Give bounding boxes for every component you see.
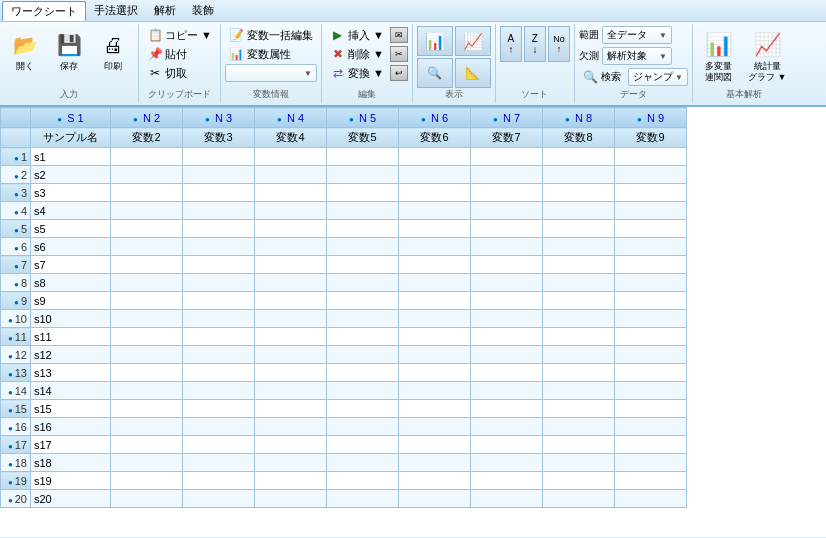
insert-button[interactable]: ▶ 挿入 ▼ xyxy=(326,26,388,44)
col7-name[interactable]: 変数7 xyxy=(471,128,543,148)
row-sample-name[interactable]: s14 xyxy=(31,382,111,400)
row-data-cell[interactable] xyxy=(327,238,399,256)
menu-analyze[interactable]: 解析 xyxy=(146,1,184,20)
transform-button[interactable]: ⇄ 変換 ▼ xyxy=(326,64,388,82)
col1-type[interactable]: ● S 1 xyxy=(31,108,111,128)
row-data-cell[interactable] xyxy=(111,436,183,454)
row-data-cell[interactable] xyxy=(111,148,183,166)
col5-name[interactable]: 変数5 xyxy=(327,128,399,148)
row-data-cell[interactable] xyxy=(255,400,327,418)
row-data-cell[interactable] xyxy=(615,292,687,310)
row-data-cell[interactable] xyxy=(543,436,615,454)
delete-extra-icon[interactable]: ✂ xyxy=(390,46,408,62)
row-data-cell[interactable] xyxy=(255,310,327,328)
stats-button[interactable]: 📈 統計量グラフ ▼ xyxy=(743,26,791,86)
col6-type[interactable]: ● N 6 xyxy=(399,108,471,128)
row-data-cell[interactable] xyxy=(327,148,399,166)
row-sample-name[interactable]: s12 xyxy=(31,346,111,364)
row-data-cell[interactable] xyxy=(183,490,255,508)
row-data-cell[interactable] xyxy=(471,490,543,508)
data-range-dropdown[interactable]: 全データ ▼ xyxy=(602,26,672,44)
col3-name[interactable]: 変数3 xyxy=(183,128,255,148)
row-data-cell[interactable] xyxy=(183,220,255,238)
row-data-cell[interactable] xyxy=(183,382,255,400)
row-data-cell[interactable] xyxy=(615,346,687,364)
row-data-cell[interactable] xyxy=(399,490,471,508)
row-data-cell[interactable] xyxy=(111,256,183,274)
sort-asc-button[interactable]: A↑ xyxy=(500,26,522,62)
row-data-cell[interactable] xyxy=(255,328,327,346)
row-data-cell[interactable] xyxy=(471,166,543,184)
row-data-cell[interactable] xyxy=(399,202,471,220)
row-data-cell[interactable] xyxy=(255,472,327,490)
row-data-cell[interactable] xyxy=(471,256,543,274)
row-data-cell[interactable] xyxy=(327,400,399,418)
var-attr-button[interactable]: 📊 変数属性 xyxy=(225,45,317,63)
row-data-cell[interactable] xyxy=(615,436,687,454)
row-data-cell[interactable] xyxy=(111,184,183,202)
row-data-cell[interactable] xyxy=(615,166,687,184)
row-data-cell[interactable] xyxy=(111,346,183,364)
row-data-cell[interactable] xyxy=(615,148,687,166)
sort-desc-button[interactable]: Z↓ xyxy=(524,26,546,62)
row-data-cell[interactable] xyxy=(183,148,255,166)
row-data-cell[interactable] xyxy=(111,328,183,346)
row-data-cell[interactable] xyxy=(399,274,471,292)
row-data-cell[interactable] xyxy=(615,328,687,346)
row-data-cell[interactable] xyxy=(399,382,471,400)
row-data-cell[interactable] xyxy=(399,310,471,328)
row-data-cell[interactable] xyxy=(327,382,399,400)
row-data-cell[interactable] xyxy=(255,184,327,202)
row-data-cell[interactable] xyxy=(183,202,255,220)
row-data-cell[interactable] xyxy=(399,148,471,166)
row-data-cell[interactable] xyxy=(327,166,399,184)
var-all-edit-button[interactable]: 📝 変数一括編集 xyxy=(225,26,317,44)
row-data-cell[interactable] xyxy=(471,454,543,472)
row-data-cell[interactable] xyxy=(183,328,255,346)
row-data-cell[interactable] xyxy=(255,148,327,166)
row-data-cell[interactable] xyxy=(327,472,399,490)
row-data-cell[interactable] xyxy=(543,490,615,508)
open-button[interactable]: 📂 開く xyxy=(4,26,46,75)
row-data-cell[interactable] xyxy=(111,418,183,436)
row-data-cell[interactable] xyxy=(111,364,183,382)
display-btn1[interactable]: 📊 xyxy=(417,26,453,56)
row-data-cell[interactable] xyxy=(471,472,543,490)
sort-no-button[interactable]: No↑ xyxy=(548,26,570,62)
col4-type[interactable]: ● N 4 xyxy=(255,108,327,128)
row-data-cell[interactable] xyxy=(471,400,543,418)
cut-button[interactable]: ✂ 切取 xyxy=(143,64,216,82)
row-data-cell[interactable] xyxy=(327,310,399,328)
row-data-cell[interactable] xyxy=(111,202,183,220)
row-data-cell[interactable] xyxy=(183,472,255,490)
row-data-cell[interactable] xyxy=(111,490,183,508)
row-data-cell[interactable] xyxy=(399,220,471,238)
row-sample-name[interactable]: s8 xyxy=(31,274,111,292)
row-data-cell[interactable] xyxy=(183,238,255,256)
search-button[interactable]: 🔍 検索 xyxy=(579,68,625,86)
row-data-cell[interactable] xyxy=(111,472,183,490)
row-data-cell[interactable] xyxy=(327,346,399,364)
row-data-cell[interactable] xyxy=(471,292,543,310)
row-data-cell[interactable] xyxy=(615,418,687,436)
row-sample-name[interactable]: s19 xyxy=(31,472,111,490)
row-sample-name[interactable]: s9 xyxy=(31,292,111,310)
row-data-cell[interactable] xyxy=(327,184,399,202)
row-data-cell[interactable] xyxy=(615,274,687,292)
row-sample-name[interactable]: s7 xyxy=(31,256,111,274)
row-data-cell[interactable] xyxy=(327,202,399,220)
row-data-cell[interactable] xyxy=(255,364,327,382)
col3-type[interactable]: ● N 3 xyxy=(183,108,255,128)
undo-button[interactable]: ↩ xyxy=(390,65,408,81)
insert-extra-icon[interactable]: ✉ xyxy=(390,27,408,43)
row-data-cell[interactable] xyxy=(543,220,615,238)
delete-button[interactable]: ✖ 削除 ▼ xyxy=(326,45,388,63)
row-data-cell[interactable] xyxy=(471,364,543,382)
row-sample-name[interactable]: s3 xyxy=(31,184,111,202)
row-data-cell[interactable] xyxy=(399,364,471,382)
row-data-cell[interactable] xyxy=(543,418,615,436)
row-data-cell[interactable] xyxy=(327,292,399,310)
col4-name[interactable]: 変数4 xyxy=(255,128,327,148)
row-data-cell[interactable] xyxy=(399,472,471,490)
row-data-cell[interactable] xyxy=(183,400,255,418)
